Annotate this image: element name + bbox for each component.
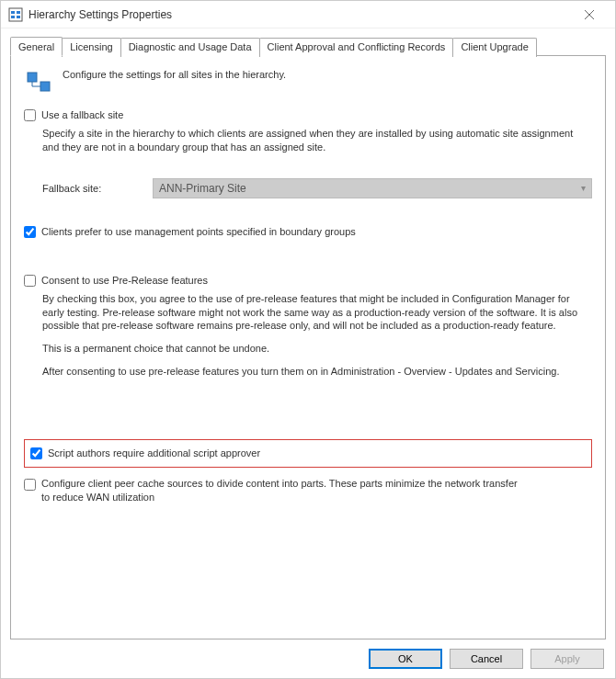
script-approver-checkbox[interactable]: [30, 447, 42, 459]
tab-general[interactable]: General: [10, 37, 63, 56]
tab-client-upgrade[interactable]: Client Upgrade: [452, 38, 536, 57]
peer-cache-checkbox[interactable]: [24, 479, 36, 491]
tabstrip: General Licensing Diagnostic and Usage D…: [10, 36, 606, 56]
svg-rect-0: [9, 8, 22, 21]
cancel-button[interactable]: Cancel: [450, 649, 523, 669]
hierarchy-icon: [24, 67, 53, 96]
mp-boundary-label: Clients prefer to use management points …: [41, 226, 356, 237]
fallback-site-field-label: Fallback site:: [42, 183, 153, 194]
svg-rect-3: [11, 16, 15, 18]
fallback-site-combobox[interactable]: ANN-Primary Site ▾: [153, 178, 592, 198]
svg-rect-7: [28, 73, 37, 82]
prerelease-text-1: By checking this box, you agree to the u…: [42, 292, 592, 334]
ok-button[interactable]: OK: [369, 649, 442, 669]
fallback-site-value: ANN-Primary Site: [159, 182, 246, 195]
fallback-site-checkbox[interactable]: [24, 109, 36, 121]
chevron-down-icon: ▾: [581, 183, 586, 193]
window-title: Hierarchy Settings Properties: [29, 8, 571, 21]
fallback-site-label: Use a fallback site: [41, 109, 123, 120]
tab-licensing[interactable]: Licensing: [62, 38, 120, 57]
titlebar: Hierarchy Settings Properties: [1, 1, 615, 28]
script-approver-highlight: Script authors require additional script…: [24, 439, 592, 468]
intro-text: Configure the settings for all sites in …: [63, 67, 286, 80]
svg-rect-2: [17, 11, 20, 14]
prerelease-checkbox[interactable]: [24, 275, 36, 287]
prerelease-text-2: This is a permanent choice that cannot b…: [42, 342, 592, 356]
svg-rect-1: [11, 11, 15, 14]
window-icon: [8, 7, 23, 22]
tab-panel-general: Configure the settings for all sites in …: [10, 56, 606, 639]
content-area: General Licensing Diagnostic and Usage D…: [1, 28, 615, 639]
mp-boundary-checkbox[interactable]: [24, 226, 36, 238]
prerelease-text-3: After consenting to use pre-release feat…: [42, 365, 592, 379]
script-approver-label: Script authors require additional script…: [48, 447, 260, 458]
hierarchy-settings-dialog: Hierarchy Settings Properties General Li…: [0, 0, 616, 679]
svg-rect-4: [17, 16, 20, 18]
prerelease-label: Consent to use Pre-Release features: [41, 275, 208, 286]
svg-rect-8: [40, 82, 50, 91]
close-button[interactable]: [571, 2, 608, 28]
apply-button[interactable]: Apply: [530, 649, 604, 669]
fallback-help-text: Specify a site in the hierarchy to which…: [42, 127, 592, 154]
tab-diagnostic-usage[interactable]: Diagnostic and Usage Data: [120, 38, 260, 57]
tab-client-approval[interactable]: Client Approval and Conflicting Records: [259, 38, 454, 57]
dialog-button-row: OK Cancel Apply: [1, 639, 615, 678]
peer-cache-label: Configure client peer cache sources to d…: [41, 477, 519, 504]
